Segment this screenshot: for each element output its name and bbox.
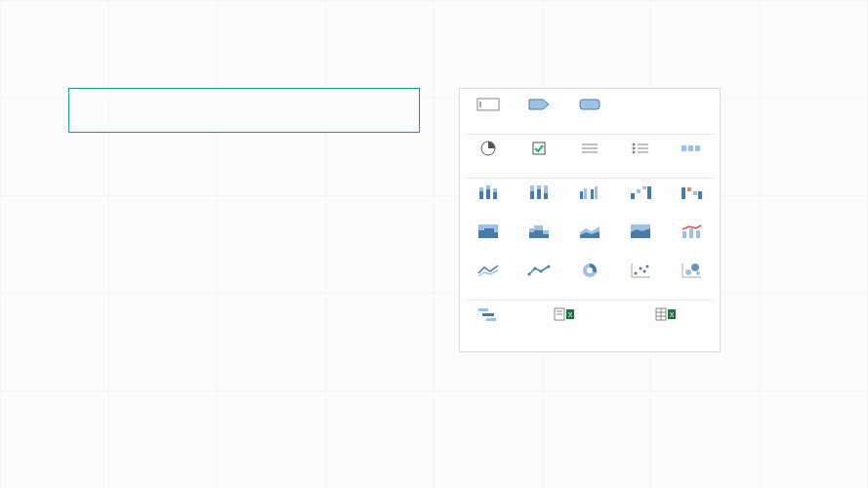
- svg-point-11: [633, 147, 636, 150]
- svg-point-63: [540, 270, 543, 273]
- svg-rect-5: [533, 142, 545, 154]
- panel-divider: [466, 134, 714, 135]
- svg-rect-19: [479, 187, 483, 191]
- slide: X X: [0, 0, 868, 488]
- process-icon[interactable]: [669, 139, 714, 174]
- svg-rect-58: [682, 231, 686, 238]
- svg-rect-33: [595, 186, 598, 199]
- svg-rect-29: [544, 193, 548, 199]
- mekko-unit-icon[interactable]: [517, 222, 561, 257]
- svg-rect-79: [482, 313, 494, 316]
- line-chart-icon[interactable]: [466, 261, 511, 296]
- svg-point-9: [633, 143, 636, 146]
- combo-chart-icon[interactable]: [669, 222, 714, 257]
- chart-type-panel: X X: [459, 88, 721, 352]
- gantt-chart-icon[interactable]: [466, 305, 511, 340]
- svg-rect-38: [682, 187, 685, 199]
- svg-rect-59: [689, 228, 693, 238]
- stacked-chart-icon[interactable]: [466, 183, 511, 218]
- bubble-chart-icon[interactable]: [669, 261, 714, 296]
- svg-rect-18: [479, 191, 483, 199]
- svg-rect-43: [478, 230, 484, 238]
- svg-point-70: [640, 267, 642, 270]
- svg-rect-32: [591, 189, 594, 199]
- svg-point-69: [635, 272, 638, 275]
- content-row: X X: [68, 88, 809, 352]
- svg-point-62: [534, 267, 537, 270]
- svg-rect-3: [580, 100, 599, 109]
- svg-rect-22: [493, 192, 497, 199]
- harvey-ball-icon[interactable]: [466, 139, 511, 174]
- svg-rect-17: [695, 145, 700, 151]
- clustered-chart-icon[interactable]: [567, 183, 612, 218]
- pie-chart-icon[interactable]: [567, 261, 612, 296]
- panel-row-1: [466, 95, 714, 130]
- svg-rect-41: [698, 191, 702, 199]
- svg-rect-34: [631, 193, 635, 199]
- svg-rect-39: [687, 187, 691, 191]
- panel-divider: [466, 178, 714, 179]
- svg-rect-15: [682, 145, 686, 151]
- svg-point-72: [646, 265, 649, 268]
- panel-row-5: [466, 261, 714, 296]
- buildup-waterfall-icon[interactable]: [618, 183, 663, 218]
- line-icon[interactable]: [517, 261, 561, 296]
- svg-rect-30: [580, 191, 583, 199]
- svg-rect-49: [529, 232, 534, 238]
- svg-rect-47: [494, 232, 498, 238]
- svg-rect-20: [486, 189, 490, 199]
- svg-rect-23: [493, 188, 497, 192]
- updown-waterfall-icon[interactable]: [669, 183, 714, 218]
- svg-rect-16: [688, 145, 693, 151]
- svg-point-76: [691, 264, 699, 271]
- svg-rect-45: [484, 228, 494, 238]
- svg-point-77: [696, 271, 700, 275]
- svg-rect-37: [647, 186, 651, 199]
- panel-row-2: [466, 139, 714, 174]
- svg-text:X: X: [670, 311, 675, 318]
- svg-rect-53: [543, 234, 549, 238]
- description-box: [68, 88, 420, 133]
- svg-rect-78: [478, 308, 488, 311]
- toc-icon[interactable]: [618, 139, 663, 174]
- panel-divider: [466, 300, 714, 301]
- panel-row-4: [466, 222, 714, 257]
- rounded-rect-icon[interactable]: [567, 95, 612, 130]
- svg-rect-25: [530, 191, 534, 199]
- area-percent-icon[interactable]: [618, 222, 663, 257]
- svg-rect-51: [534, 230, 543, 238]
- svg-text:X: X: [568, 311, 573, 318]
- svg-rect-36: [642, 186, 646, 189]
- percent-chart-icon[interactable]: [517, 183, 561, 218]
- excel-table-link-icon[interactable]: X: [618, 305, 714, 340]
- scatter-chart-icon[interactable]: [618, 261, 663, 296]
- svg-marker-2: [529, 100, 549, 109]
- svg-rect-80: [486, 318, 496, 321]
- svg-rect-27: [537, 189, 541, 199]
- svg-rect-21: [486, 185, 490, 189]
- area-chart-icon[interactable]: [567, 222, 612, 257]
- checkbox-icon[interactable]: [517, 139, 561, 174]
- svg-point-61: [528, 273, 531, 276]
- excel-text-link-icon[interactable]: X: [517, 305, 612, 340]
- panel-row-3: [466, 183, 714, 218]
- svg-point-75: [685, 269, 691, 275]
- textbox-icon[interactable]: [466, 95, 511, 130]
- svg-rect-60: [696, 230, 700, 238]
- svg-point-64: [548, 265, 551, 268]
- pentagon-icon[interactable]: [517, 95, 561, 130]
- svg-rect-40: [693, 191, 697, 195]
- svg-point-66: [587, 267, 593, 273]
- panel-row-6: X X: [466, 305, 714, 340]
- svg-rect-35: [637, 189, 641, 193]
- mekko-percent-icon[interactable]: [466, 222, 511, 257]
- agenda-icon[interactable]: [567, 139, 612, 174]
- svg-point-13: [633, 151, 636, 154]
- svg-rect-31: [584, 188, 587, 199]
- svg-point-71: [643, 270, 646, 273]
